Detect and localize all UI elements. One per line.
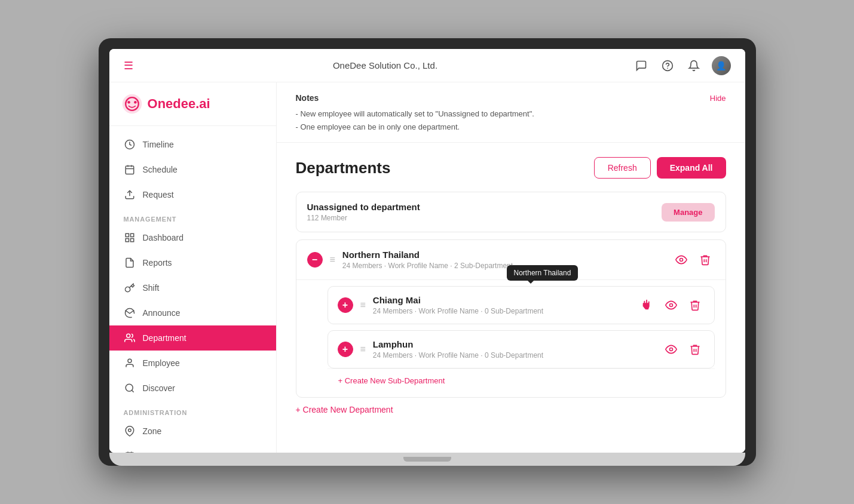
- svg-rect-7: [126, 166, 134, 174]
- svg-rect-12: [126, 233, 128, 236]
- announce-icon: [124, 307, 136, 319]
- schedule-icon: [124, 164, 136, 176]
- northern-thailand-meta: 24 Members · Work Profile Name · 2 Sub-D…: [342, 262, 665, 270]
- sidebar-item-zone[interactable]: Zone: [109, 419, 276, 444]
- sidebar-item-department[interactable]: Department: [109, 325, 276, 351]
- sidebar-item-calendar[interactable]: Calendar: [109, 444, 276, 453]
- hide-button[interactable]: Hide: [710, 94, 726, 103]
- sidebar-item-zone-label: Zone: [143, 426, 162, 436]
- sidebar-item-timeline[interactable]: Timeline: [109, 132, 276, 157]
- collapse-northern-thailand-btn[interactable]: −: [307, 252, 323, 268]
- departments-section: Departments Refresh Expand All Unassigne…: [277, 143, 745, 429]
- employee-icon: [124, 357, 136, 369]
- menu-icon[interactable]: ☰: [124, 59, 133, 72]
- zone-icon: [124, 425, 136, 437]
- sidebar-item-calendar-label: Calendar: [143, 451, 177, 453]
- unassigned-dept-card: Unassigned to department 112 Member Mana…: [296, 192, 726, 232]
- departments-title: Departments: [296, 159, 391, 177]
- lamphun-sub-dept-card: + ≡ Lamphun 24 Members · Work Profile Na…: [327, 330, 715, 368]
- notes-title: Notes: [296, 93, 319, 103]
- view-northern-thailand-icon[interactable]: [672, 250, 691, 269]
- manage-button[interactable]: Manage: [662, 203, 714, 222]
- northern-thailand-name: Northern Thailand: [342, 250, 665, 260]
- reports-icon: [124, 257, 136, 269]
- drag-handle-northern-thailand: ≡: [330, 254, 335, 265]
- expand-chiang-mai-btn[interactable]: +: [338, 297, 353, 313]
- request-icon: [124, 189, 136, 201]
- svg-point-4: [127, 101, 130, 104]
- chiang-mai-sub-dept-card: Northern Thailand + ≡ Chiang Mai 24 Memb…: [327, 286, 715, 324]
- sidebar-item-request-label: Request: [143, 190, 174, 199]
- notes-line2: - One employee can be in only one depart…: [296, 121, 726, 134]
- svg-rect-15: [130, 239, 133, 242]
- svg-point-29: [679, 259, 682, 262]
- sub-dept-container: Northern Thailand + ≡ Chiang Mai 24 Memb…: [296, 279, 726, 397]
- notes-section: Notes Hide - New employee will automatic…: [277, 82, 745, 143]
- chiang-mai-meta: 24 Members · Work Profile Name · 0 Sub-D…: [373, 307, 630, 315]
- expand-all-button[interactable]: Expand All: [657, 157, 726, 179]
- sidebar-item-timeline-label: Timeline: [143, 140, 174, 149]
- sidebar-item-schedule-label: Schedule: [143, 165, 177, 174]
- create-dept-button[interactable]: + Create New Department: [296, 405, 726, 414]
- svg-point-30: [669, 304, 672, 307]
- delete-chiang-mai-icon[interactable]: [685, 296, 705, 315]
- sidebar-item-request[interactable]: Request: [109, 182, 276, 207]
- sidebar-item-dashboard-label: Dashboard: [143, 233, 184, 242]
- drag-handle-lamphun: ≡: [360, 344, 366, 355]
- drag-chiang-mai-icon[interactable]: [638, 296, 657, 315]
- sidebar-item-schedule[interactable]: Schedule: [109, 157, 276, 182]
- sidebar-item-department-label: Department: [143, 333, 186, 343]
- svg-point-20: [128, 429, 131, 432]
- logo-text: Onedee.ai: [148, 96, 210, 112]
- tooltip-northern-thailand: Northern Thailand: [507, 265, 578, 281]
- avatar[interactable]: 👤: [712, 56, 731, 75]
- calendar-icon: [124, 450, 136, 453]
- delete-lamphun-icon[interactable]: [685, 340, 705, 359]
- svg-rect-14: [126, 239, 128, 242]
- svg-point-16: [126, 334, 130, 337]
- drag-handle-chiang-mai: ≡: [360, 300, 366, 311]
- sidebar-item-reports[interactable]: Reports: [109, 250, 276, 275]
- main-content: Notes Hide - New employee will automatic…: [277, 82, 745, 453]
- view-chiang-mai-icon[interactable]: [662, 296, 681, 315]
- unassigned-dept-meta: 112 Member: [307, 214, 655, 222]
- chat-icon[interactable]: [633, 57, 650, 74]
- notes-line1: - New employee will automatically set to…: [296, 107, 726, 121]
- sidebar-item-dashboard[interactable]: Dashboard: [109, 225, 276, 250]
- sidebar-item-discover-label: Discover: [143, 383, 175, 393]
- sidebar-item-announce-label: Announce: [143, 308, 180, 318]
- delete-northern-thailand-icon[interactable]: [696, 250, 715, 269]
- svg-line-19: [131, 390, 133, 392]
- svg-point-5: [134, 101, 137, 104]
- help-icon[interactable]: [659, 57, 676, 74]
- logo-icon: [121, 93, 143, 115]
- svg-point-17: [128, 359, 131, 362]
- svg-point-18: [126, 384, 133, 391]
- svg-point-31: [669, 348, 672, 351]
- sidebar: Onedee.ai Timeline Schedule: [109, 82, 277, 453]
- management-label: MANAGEMENT: [109, 207, 276, 225]
- create-sub-dept-button[interactable]: + Create New Sub-Department: [327, 368, 715, 392]
- lamphun-name: Lamphun: [373, 339, 654, 349]
- sidebar-nav: Timeline Schedule Request MA: [109, 126, 276, 453]
- expand-lamphun-btn[interactable]: +: [338, 342, 353, 357]
- lamphun-meta: 24 Members · Work Profile Name · 0 Sub-D…: [373, 351, 654, 359]
- sidebar-item-shift[interactable]: Shift: [109, 275, 276, 300]
- sidebar-item-shift-label: Shift: [143, 283, 160, 293]
- view-lamphun-icon[interactable]: [662, 340, 681, 359]
- unassigned-dept-name: Unassigned to department: [307, 202, 655, 212]
- chiang-mai-name: Chiang Mai: [373, 295, 630, 305]
- sidebar-item-employee-label: Employee: [143, 358, 180, 368]
- sidebar-item-employee[interactable]: Employee: [109, 351, 276, 376]
- departments-actions: Refresh Expand All: [594, 157, 726, 179]
- logo: Onedee.ai: [109, 82, 276, 126]
- northern-thailand-dept-card: − ≡ Northern Thailand 24 Members · Work …: [296, 239, 726, 398]
- refresh-button[interactable]: Refresh: [594, 157, 651, 179]
- bell-icon[interactable]: [685, 57, 702, 74]
- sidebar-item-discover[interactable]: Discover: [109, 376, 276, 401]
- discover-icon: [124, 382, 136, 394]
- sidebar-item-reports-label: Reports: [143, 258, 172, 268]
- sidebar-item-announce[interactable]: Announce: [109, 300, 276, 325]
- timeline-icon: [124, 139, 136, 150]
- dashboard-icon: [124, 232, 136, 244]
